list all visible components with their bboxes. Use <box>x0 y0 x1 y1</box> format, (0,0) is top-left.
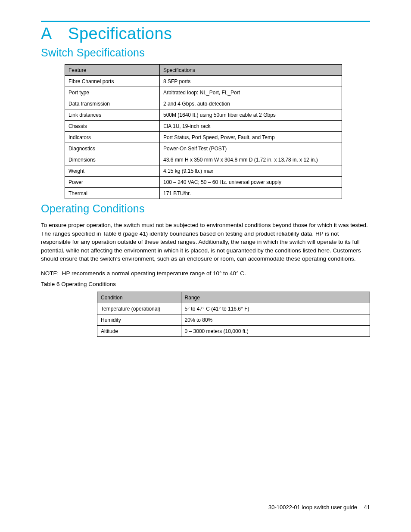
table-row: DiagnosticsPower-On Self Test (POST) <box>65 143 342 154</box>
table-row: Port typeArbitrated loop: NL_Port, FL_Po… <box>65 87 342 98</box>
section2-heading: Operating Conditions <box>41 202 370 215</box>
table-cell: Port type <box>65 87 160 98</box>
table6-caption: Table 6 Operating Conditions <box>41 281 370 287</box>
table-header-row: Condition Range <box>97 292 370 303</box>
table-row: Power100 – 240 VAC; 50 – 60 Hz. universa… <box>65 177 342 188</box>
table-cell: Altitude <box>97 326 181 337</box>
table-cell: Humidity <box>97 314 181 326</box>
table-cell: Arbitrated loop: NL_Port, FL_Port <box>160 87 342 98</box>
table-row: Fibre Channel ports8 SFP ports <box>65 76 342 87</box>
table-row: ChassisEIA 1U, 19-inch rack <box>65 121 342 132</box>
table-cell: 8 SFP ports <box>160 76 342 87</box>
appendix-title: Specifications <box>68 25 172 43</box>
table-cell: Fibre Channel ports <box>65 76 160 87</box>
switch-spec-table: Feature Specifications Fibre Channel por… <box>65 64 342 199</box>
footer-doc-id: 30-10022-01 loop switch user guide <box>268 504 357 510</box>
table-cell: Diagnostics <box>65 143 160 154</box>
col-header: Condition <box>97 292 181 303</box>
table-cell: Thermal <box>65 188 160 199</box>
table-cell: Weight <box>65 165 160 177</box>
section1-heading: Switch Specifications <box>41 47 370 59</box>
page-footer: 30-10022-01 loop switch user guide 41 <box>268 504 370 510</box>
table-cell: 500M (1640 ft.) using 50um fiber cable a… <box>160 109 342 121</box>
table-cell: Temperature (operational) <box>97 303 181 314</box>
table-row: Dimensions43.6 mm H x 350 mm W x 304.8 m… <box>65 154 342 165</box>
footer-page-number: 41 <box>364 504 370 510</box>
table-cell: Port Status, Port Speed, Power, Fault, a… <box>160 132 342 143</box>
table-cell: 5° to 47° C (41° to 116.6° F) <box>181 303 370 314</box>
table-row: Altitude0 – 3000 meters (10,000 ft.) <box>97 326 370 337</box>
table-cell: 100 – 240 VAC; 50 – 60 Hz. universal pow… <box>160 177 342 188</box>
col-header: Feature <box>65 65 160 76</box>
top-rule <box>41 21 370 22</box>
col-header: Range <box>181 292 370 303</box>
table-cell: Power-On Self Test (POST) <box>160 143 342 154</box>
table-row: Link distances500M (1640 ft.) using 50um… <box>65 109 342 121</box>
table-row: Humidity20% to 80% <box>97 314 370 326</box>
appendix-heading: A Specifications <box>41 25 370 43</box>
table-cell: 4.15 kg (9.15 lb.) max <box>160 165 342 177</box>
appendix-label: A <box>41 25 63 43</box>
table-cell: 20% to 80% <box>181 314 370 326</box>
table-cell: Dimensions <box>65 154 160 165</box>
operating-conditions-paragraph: To ensure proper operation, the switch m… <box>41 221 370 263</box>
table-row: Weight4.15 kg (9.15 lb.) max <box>65 165 342 177</box>
table-row: Data transmission2 and 4 Gbps, auto-dete… <box>65 98 342 109</box>
table-header-row: Feature Specifications <box>65 65 342 76</box>
operating-conditions-note: NOTE: HP recommends a normal operating t… <box>41 269 370 278</box>
table-cell: Chassis <box>65 121 160 132</box>
table-cell: Data transmission <box>65 98 160 109</box>
table-cell: Power <box>65 177 160 188</box>
table-cell: Indicators <box>65 132 160 143</box>
table-cell: Link distances <box>65 109 160 121</box>
table-row: Thermal171 BTU/hr. <box>65 188 342 199</box>
table-row: IndicatorsPort Status, Port Speed, Power… <box>65 132 342 143</box>
table-cell: 2 and 4 Gbps, auto-detection <box>160 98 342 109</box>
table-row: Temperature (operational)5° to 47° C (41… <box>97 303 370 314</box>
table-cell: EIA 1U, 19-inch rack <box>160 121 342 132</box>
table-cell: 43.6 mm H x 350 mm W x 304.8 mm D (1.72 … <box>160 154 342 165</box>
table-cell: 171 BTU/hr. <box>160 188 342 199</box>
col-header: Specifications <box>160 65 342 76</box>
operating-conditions-table: Condition Range Temperature (operational… <box>97 292 370 337</box>
table-cell: 0 – 3000 meters (10,000 ft.) <box>181 326 370 337</box>
